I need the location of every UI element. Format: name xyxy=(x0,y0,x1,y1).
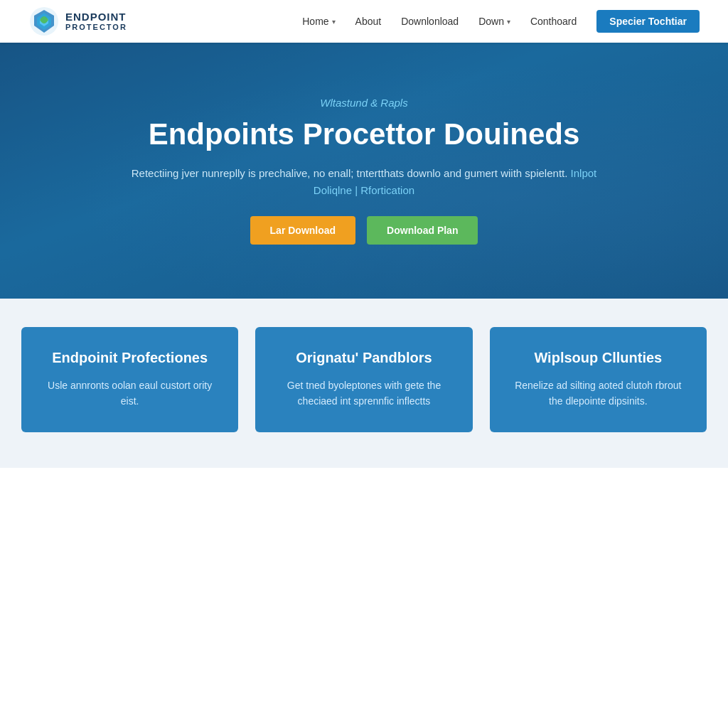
navbar: ENDPOINT PROTECTOR Home ▾ About Downlonl… xyxy=(0,0,728,43)
bottom-white-space xyxy=(0,468,728,728)
cards-container: Endpoinit Profectiones Usle annronts ool… xyxy=(21,327,707,432)
card-2-text: Get tned byoleptones with gete the checi… xyxy=(272,378,455,410)
nav-item-download[interactable]: Downlonload xyxy=(401,16,459,27)
hero-title: Endpoints Procettor Douineds xyxy=(129,117,599,151)
nav-item-conthoard[interactable]: Conthoard xyxy=(530,16,577,27)
hero-eyebrow: Wltastund & Rapls xyxy=(129,97,599,109)
nav-links: Home ▾ About Downlonload Down ▾ Conthoar… xyxy=(302,10,700,33)
hero-secondary-button[interactable]: Download Plan xyxy=(367,216,478,245)
nav-item-about[interactable]: About xyxy=(355,16,382,27)
logo-subtitle: PROTECTOR xyxy=(65,23,127,31)
logo-icon xyxy=(28,6,60,37)
cards-section: Endpoinit Profectiones Usle annronts ool… xyxy=(0,299,728,468)
card-1-title: Endpoinit Profectiones xyxy=(38,350,221,366)
nav-item-home[interactable]: Home ▾ xyxy=(302,16,335,27)
logo-title: ENDPOINT xyxy=(65,11,127,23)
nav-item-down[interactable]: Down ▾ xyxy=(478,16,510,27)
card-3-text: Renelize ad silting aoted clutoh rbrout … xyxy=(507,378,690,410)
chevron-down-icon-2: ▾ xyxy=(507,18,510,26)
logo: ENDPOINT PROTECTOR xyxy=(28,6,127,37)
hero-content: Wltastund & Rapls Endpoints Procettor Do… xyxy=(115,97,613,244)
hero-section: Wltastund & Rapls Endpoints Procettor Do… xyxy=(0,43,728,299)
card-1-text: Usle annronts oolan eaul custort ority e… xyxy=(38,378,221,410)
card-3-title: Wiplsoup Cllunties xyxy=(507,350,690,366)
logo-text: ENDPOINT PROTECTOR xyxy=(65,11,127,32)
card-2-title: Orignatu' Pandblors xyxy=(272,350,455,366)
card-2: Orignatu' Pandblors Get tned byoleptones… xyxy=(255,327,472,432)
hero-subtitle: Retectiing jver nunreplly is prechalive,… xyxy=(129,165,599,199)
chevron-down-icon: ▾ xyxy=(332,18,336,26)
nav-cta-button[interactable]: Specier Tochtiar xyxy=(596,10,700,33)
hero-primary-button[interactable]: Lar Download xyxy=(250,216,356,245)
hero-buttons: Lar Download Download Plan xyxy=(129,216,599,245)
card-3: Wiplsoup Cllunties Renelize ad silting a… xyxy=(490,327,707,432)
card-1: Endpoinit Profectiones Usle annronts ool… xyxy=(21,327,238,432)
